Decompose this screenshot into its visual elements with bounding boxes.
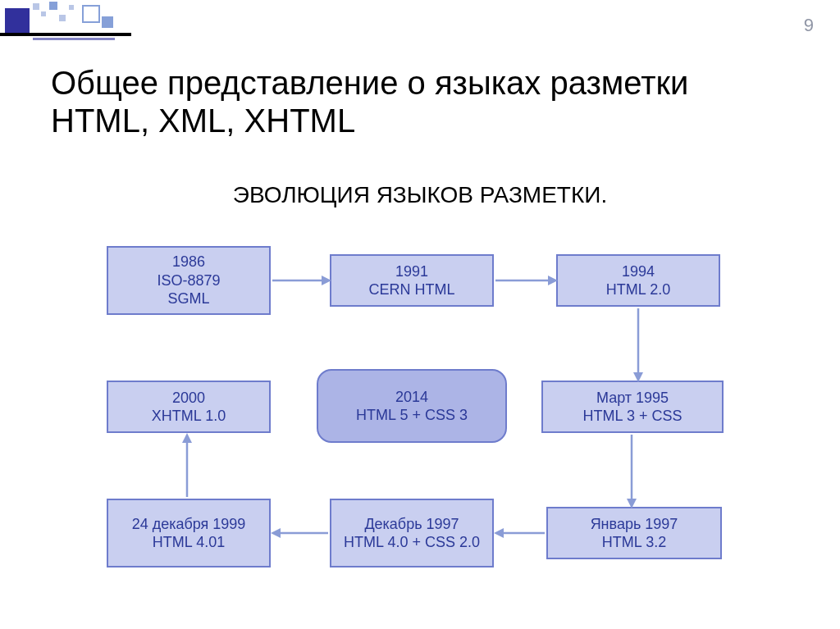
node-label: 1986ISO-8879SGML bbox=[157, 253, 220, 308]
node-html40-css2-1997: Декабрь 1997HTML 4.0 + CSS 2.0 bbox=[330, 499, 494, 567]
slide-subtitle: ЭВОЛЮЦИЯ ЯЗЫКОВ РАЗМЕТКИ. bbox=[0, 182, 840, 208]
node-label: 2014HTML 5 + CSS 3 bbox=[356, 388, 468, 425]
node-html32-1997: Январь 1997HTML 3.2 bbox=[546, 507, 722, 559]
svg-marker-9 bbox=[494, 528, 504, 538]
node-label: Декабрь 1997HTML 4.0 + CSS 2.0 bbox=[344, 515, 480, 552]
node-label: 2000XHTML 1.0 bbox=[152, 389, 226, 426]
node-sgml-1986: 1986ISO-8879SGML bbox=[107, 246, 271, 315]
slide-number: 9 bbox=[804, 15, 814, 36]
node-html2-1994: 1994HTML 2.0 bbox=[556, 254, 720, 307]
node-label: Март 1995HTML 3 + CSS bbox=[583, 389, 682, 426]
svg-marker-11 bbox=[271, 528, 281, 538]
node-label: Январь 1997HTML 3.2 bbox=[591, 515, 678, 552]
node-html5-css3-2014: 2014HTML 5 + CSS 3 bbox=[317, 369, 507, 443]
node-html3-css-1995: Март 1995HTML 3 + CSS bbox=[541, 381, 724, 433]
svg-marker-13 bbox=[182, 433, 192, 443]
node-label: 1991CERN HTML bbox=[368, 262, 454, 299]
slide-title: Общее представление о языках разметки HT… bbox=[51, 64, 789, 139]
node-cern-html-1991: 1991CERN HTML bbox=[330, 254, 494, 307]
slide-corner-decoration bbox=[0, 0, 131, 41]
node-label: 24 декабря 1999HTML 4.01 bbox=[132, 515, 246, 552]
node-html401-1999: 24 декабря 1999HTML 4.01 bbox=[107, 499, 271, 567]
node-xhtml1-2000: 2000XHTML 1.0 bbox=[107, 381, 271, 433]
node-label: 1994HTML 2.0 bbox=[606, 262, 670, 299]
